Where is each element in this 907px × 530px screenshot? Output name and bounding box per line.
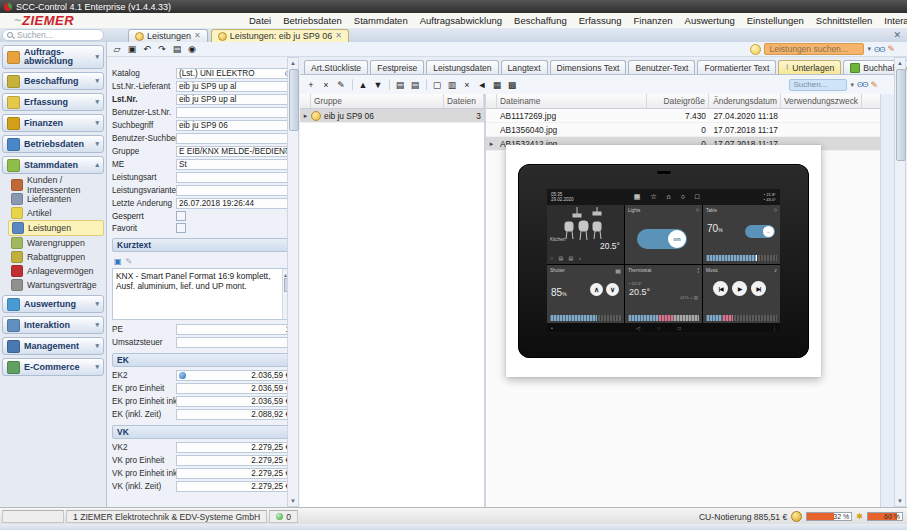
expand-icon[interactable]: ▣ <box>114 257 122 266</box>
undo-icon[interactable]: ↶ <box>140 43 154 55</box>
sidebar-group-stammdaten[interactable]: Stammdaten ▴ <box>2 156 104 174</box>
sidebar-group-auftragsabwicklung[interactable]: Auftrags- abwicklung ▾ <box>2 45 104 69</box>
field-input[interactable]: eib ju SP9 06 ʘ <box>176 120 293 131</box>
scroll-thumb[interactable] <box>289 69 299 131</box>
menu-item[interactable]: Auftragsabwicklung <box>414 15 508 26</box>
document-tab[interactable]: Leistungen: eib ju SP9 06 ✕ <box>211 29 349 42</box>
pencil-icon[interactable]: ✎ <box>870 80 878 90</box>
sidebar-item-anlagevermoegen[interactable]: Anlagevermögen <box>8 264 104 278</box>
tab-close-icon[interactable]: ✕ <box>335 32 342 40</box>
menu-item[interactable]: Datei <box>243 15 277 26</box>
menu-item[interactable]: Schnittstellen <box>810 15 879 26</box>
favorit-checkbox[interactable] <box>176 223 186 233</box>
sidebar-group-ecommerce[interactable]: E-Commerce ▾ <box>2 358 104 376</box>
binoculars-icon[interactable]: ʘʘ <box>857 80 867 89</box>
save-icon[interactable]: ▤ <box>170 43 184 55</box>
download-icon[interactable]: ▼ <box>371 79 385 91</box>
price-input[interactable]: 2.279,25 € <box>176 455 293 466</box>
sidebar-group-erfassung[interactable]: Erfassung ▾ <box>2 93 104 111</box>
scroll-down-icon[interactable]: ▼ <box>895 496 905 506</box>
price-input[interactable]: 2.036,59 € <box>176 383 293 394</box>
price-input[interactable]: 2.279,25 € <box>176 481 293 492</box>
price-input[interactable]: 2.036,59 € <box>176 396 293 407</box>
field-input[interactable]: ʘ <box>176 172 293 183</box>
file-export-icon[interactable]: ◄ <box>475 79 489 91</box>
scroll-up-icon[interactable]: ▲ <box>288 58 298 68</box>
sidebar-group-betriebsdaten[interactable]: Betriebsdaten ▾ <box>2 135 104 153</box>
new-page-icon[interactable]: ▱ <box>110 43 124 55</box>
pencil-icon[interactable]: ✎ <box>887 44 895 54</box>
menu-item[interactable]: Erfassung <box>573 15 628 26</box>
scroll-thumb[interactable] <box>896 69 906 161</box>
field-input[interactable]: eib ju SP9 up al ʘ <box>176 81 293 92</box>
field-input[interactable]: ʘ <box>176 185 293 196</box>
file-row[interactable]: AB1356040.jpg 0 17.07.2018 11:17 <box>486 123 894 137</box>
copy-icon[interactable]: ▣ <box>125 43 139 55</box>
tab-close-icon[interactable]: ✕ <box>194 32 201 40</box>
field-input[interactable]: E EIB/KNX MELDE-/BEDIENTABLEAU JUNG ʘ <box>176 146 293 157</box>
field-input[interactable]: ʘ <box>176 133 293 144</box>
sidebar-group-finanzen[interactable]: Finanzen ▾ <box>2 114 104 132</box>
sidebar-group-auswertung[interactable]: Auswertung ▾ <box>2 295 104 313</box>
field-input[interactable]: (Lst.) UNI ELEKTRO ʘ <box>176 68 293 79</box>
menu-item[interactable]: Einstellungen <box>741 15 810 26</box>
column-header-dateigroesse[interactable]: Dateigröße <box>647 94 709 108</box>
sidebar-item-artikel[interactable]: Artikel <box>8 206 104 220</box>
detail-tab[interactable]: ⌇ Dimensions Text <box>550 60 627 74</box>
sidebar-group-beschaffung[interactable]: Beschaffung ▾ <box>2 72 104 90</box>
field-input[interactable]: 26.07.2018 19:26:44 ʘ <box>176 198 293 209</box>
detail-tab[interactable]: ⌇ Langtext <box>501 60 548 74</box>
kurztext-textarea[interactable]: KNX - Smart Panel Format 16:9 komplett, … <box>112 268 293 320</box>
column-header-dateiname[interactable]: Dateiname <box>497 94 647 108</box>
image-preview-icon[interactable]: ▩ <box>505 79 519 91</box>
detail-tab[interactable]: ⌇ Festpreise <box>370 60 424 74</box>
search-dropdown-icon[interactable]: ▾ <box>867 45 871 53</box>
detail-tab[interactable]: ⌇ Formatierter Text <box>697 60 776 74</box>
refresh-icon[interactable]: ◉ <box>185 43 199 55</box>
price-input[interactable]: 2.088,92 € <box>176 409 293 420</box>
detail-tab[interactable]: ⌇ Art.Stückliste <box>304 60 368 74</box>
detail-tab[interactable]: ⌇ Unterlagen <box>778 60 841 74</box>
edit-document-icon[interactable]: ✎ <box>334 79 348 91</box>
add-document-icon[interactable]: + <box>304 79 318 91</box>
sidebar-item-leistungen[interactable]: Leistungen <box>8 220 104 236</box>
field-input[interactable]: eib ju SP9 up al ʘ <box>176 94 293 105</box>
sidebar-group-management[interactable]: Management ▾ <box>2 337 104 355</box>
document-tab[interactable]: Leistungen ✕ <box>128 29 208 42</box>
column-header-aenderungsdatum[interactable]: Änderungsdatum <box>709 94 781 108</box>
field-input[interactable]: ʘ <box>176 107 293 118</box>
menu-item[interactable]: Stammdaten <box>348 15 414 26</box>
folder-link-icon[interactable]: ▤ <box>408 79 422 91</box>
form-scrollbar[interactable]: ▲ ▼ <box>287 57 299 507</box>
sidebar-item-warengruppen[interactable]: Warengruppen <box>8 236 104 250</box>
upload-icon[interactable]: ▲ <box>356 79 370 91</box>
sidebar-group-interaktion[interactable]: Interaktion ▾ <box>2 316 104 334</box>
scroll-down-icon[interactable]: ▼ <box>288 496 298 506</box>
file-open-icon[interactable]: ▥ <box>445 79 459 91</box>
edit-text-icon[interactable]: ✎ <box>126 257 133 266</box>
sidebar-item-rabattgruppen[interactable]: Rabattgruppen <box>8 250 104 264</box>
scroll-up-icon[interactable]: ▲ <box>895 58 905 68</box>
file-row[interactable]: AB1117269.jpg 7.430 27.04.2020 11:18 <box>486 109 894 123</box>
file-delete-icon[interactable]: × <box>460 79 474 91</box>
menu-item[interactable]: Interaktion <box>878 15 907 26</box>
field-input[interactable] <box>176 337 293 348</box>
field-input[interactable]: 1 <box>176 324 293 335</box>
leistungen-search-input[interactable]: Leistungen suchen... <box>764 43 864 55</box>
folder-open-icon[interactable]: ▤ <box>393 79 407 91</box>
column-header-verwendungszweck[interactable]: Verwendungszweck <box>781 94 862 108</box>
menu-item[interactable]: Finanzen <box>628 15 679 26</box>
column-header-dateien[interactable]: Dateien <box>444 94 484 108</box>
file-new-icon[interactable]: ▢ <box>430 79 444 91</box>
menu-item[interactable]: Auswertung <box>679 15 741 26</box>
price-input[interactable]: 2.279,25 € <box>176 468 293 479</box>
binoculars-icon[interactable]: ʘʘ <box>874 45 884 54</box>
sidebar-item-wartungsvertraege[interactable]: Wartungsverträge <box>8 278 104 292</box>
field-input[interactable]: St ʘ <box>176 159 293 170</box>
sidebar-item-kunden[interactable]: Kunden / Interessenten <box>8 178 104 192</box>
redo-icon[interactable]: ↷ <box>155 43 169 55</box>
close-icon[interactable]: ✕ <box>893 30 901 40</box>
sidebar-search-input[interactable]: Suchen... <box>2 29 104 41</box>
file-save-icon[interactable]: ▦ <box>490 79 504 91</box>
main-scrollbar[interactable]: ▲ ▼ <box>894 57 906 507</box>
